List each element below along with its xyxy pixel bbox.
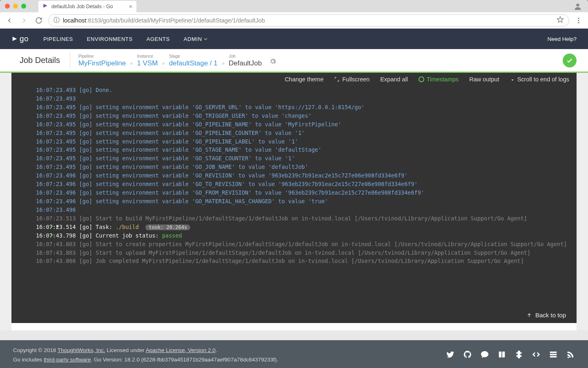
page-body: Change theme Fullscreen Expand all Times… [0,73,588,330]
url-host: localhost [63,17,86,24]
breadcrumb: Pipeline MyFirstPipeline » Instance 1 VS… [70,54,276,67]
bc-sep-icon: » [130,60,133,67]
back-to-top-button[interactable]: Back to top [11,307,577,323]
console-output[interactable]: 16:07:23.493 [go] Done.16:07:23.493 16:0… [11,86,577,307]
svg-point-0 [576,4,579,7]
app-logo-text: go [20,34,29,43]
bc-sep-icon: » [162,60,165,67]
browser-forward-button[interactable] [19,15,29,26]
nav-pipelines[interactable]: PIPELINES [43,36,73,42]
console-toolbar: Change theme Fullscreen Expand all Times… [11,73,577,86]
bc-label-stage: Stage [169,54,218,58]
browser-reload-button[interactable] [33,15,44,26]
nav-admin[interactable]: ADMIN [184,36,207,42]
bc-label-pipeline: Pipeline [78,54,126,58]
browser-back-button[interactable] [4,15,15,26]
window-maximize-button[interactable] [21,4,26,9]
svg-point-3 [578,22,579,23]
plugin-icon[interactable] [514,350,523,360]
chevron-down-icon [204,37,207,41]
arrow-down-icon [510,77,515,82]
bc-stage-link[interactable]: defaultStage / 1 [169,59,218,67]
change-theme-button[interactable]: Change theme [285,76,323,83]
bc-label-instance: Instance [137,54,158,58]
bc-sep-icon: » [222,60,225,67]
settings-gear-icon[interactable] [269,58,276,67]
browser-profile-icon[interactable] [573,2,582,13]
timestamps-toggle[interactable]: Timestamps [419,76,459,83]
expand-all-button[interactable]: Expand all [380,76,408,83]
job-details-bar: Job Details Pipeline MyFirstPipeline » I… [0,49,588,73]
clock-icon [419,76,424,82]
main-nav: PIPELINES ENVIRONMENTS AGENTS ADMIN [43,36,207,42]
twitter-icon[interactable] [446,350,455,360]
browser-tab-active[interactable]: defaultJob Job Details - Go × [38,1,136,12]
server-icon[interactable] [549,350,558,360]
browser-address-bar: ⓘ localhost:8153/go/tab/build/detail/MyF… [0,12,588,29]
bc-instance-link[interactable]: 1 VSM [137,59,158,67]
svg-point-1 [578,18,579,19]
window-close-button[interactable] [5,4,10,9]
app-footer: Copyright © 2018 ThoughtWorks, Inc. Lice… [0,340,588,368]
scroll-to-end-button[interactable]: Scroll to end of logs [510,76,569,83]
app-header: go PIPELINES ENVIRONMENTS AGENTS ADMIN N… [0,29,588,49]
console-panel: Change theme Fullscreen Expand all Times… [11,73,577,330]
need-help-link[interactable]: Need Help? [548,36,577,42]
footer-link-thoughtworks[interactable]: ThoughtWorks, Inc. [58,347,105,353]
bc-label-job: Job [229,54,262,58]
tab-title: defaultJob Job Details - Go [51,4,113,9]
bc-pipeline-link[interactable]: MyFirstPipeline [78,59,126,67]
site-info-icon[interactable]: ⓘ [53,16,60,24]
nav-agents[interactable]: AGENTS [147,36,170,42]
footer-social-icons [446,350,575,360]
footer-text: Copyright © 2018 ThoughtWorks, Inc. Lice… [13,346,278,365]
footer-link-apache-license[interactable]: Apache License, Version 2.0 [146,347,216,353]
api-icon[interactable] [532,350,541,360]
browser-menu-icon[interactable] [573,15,584,26]
bc-job-current: DefaultJob [229,59,262,67]
app-logo[interactable]: go [11,34,29,43]
page-title: Job Details [20,52,70,69]
arrow-up-icon [526,312,532,318]
window-titlebar: defaultJob Job Details - Go × [0,0,588,12]
url-path: :8153/go/tab/build/detail/MyFirstPipelin… [86,17,265,24]
browser-tab-strip: defaultJob Job Details - Go × [38,0,136,12]
github-icon[interactable] [463,350,472,360]
url-input[interactable]: ⓘ localhost:8153/go/tab/build/detail/MyF… [48,14,569,27]
book-icon[interactable] [497,350,506,360]
tab-favicon-icon [42,3,48,10]
chat-icon[interactable] [480,350,489,360]
fullscreen-button[interactable]: Fullscreen [334,76,370,83]
job-status-passed-badge [563,54,577,67]
tab-close-icon[interactable]: × [129,3,132,10]
window-minimize-button[interactable] [13,4,18,9]
traffic-lights [3,4,26,9]
fullscreen-icon [334,76,340,82]
footer-link-third-party[interactable]: third-party software [44,357,91,363]
raw-output-button[interactable]: Raw output [469,76,499,83]
rss-icon[interactable] [566,350,575,360]
nav-environments[interactable]: ENVIRONMENTS [87,36,133,42]
svg-point-2 [578,20,579,21]
bookmark-star-icon[interactable] [557,16,564,25]
